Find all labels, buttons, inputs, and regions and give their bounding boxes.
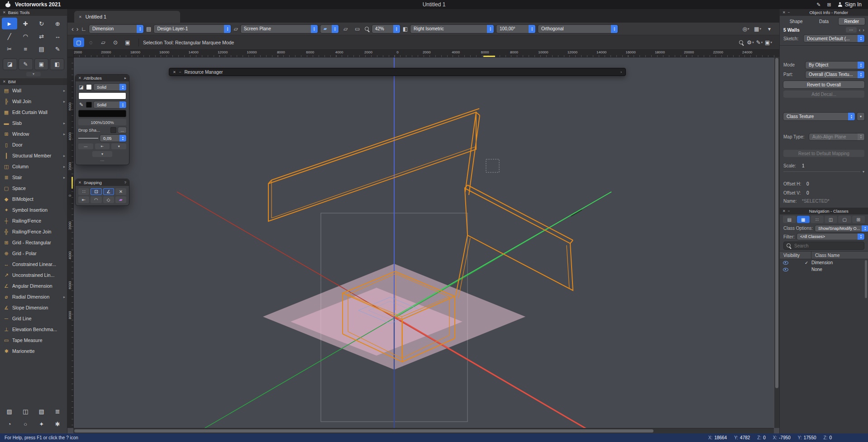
bim-tool-symbol-insertion[interactable]: ✦Symbol Insertion [0, 204, 67, 215]
snapping-palette-header[interactable]: ✕ Snapping ? [76, 179, 129, 186]
class-row[interactable]: None [780, 266, 868, 273]
selection-tool[interactable]: ► [2, 18, 17, 29]
class-row[interactable]: ✓Dimension [780, 259, 868, 266]
bim-tool-window[interactable]: ⊞Window▸ [0, 128, 67, 139]
zoom-tool[interactable]: ⊕ [50, 18, 66, 29]
back-button[interactable]: ‹ [72, 26, 74, 32]
view-options-button[interactable]: ▦▾ [753, 24, 762, 33]
attributes-palette-header[interactable]: ✕ Attributes ▸ [76, 75, 129, 81]
fill-color-bar[interactable] [78, 92, 126, 100]
close-icon[interactable]: ✕ [78, 181, 81, 185]
collapse-icon[interactable]: − [179, 70, 181, 74]
layers-icon[interactable]: ▤ [146, 26, 151, 32]
grid-tab[interactable]: ∷ [811, 216, 824, 223]
line-tool[interactable]: ╱ [2, 30, 17, 42]
pen-swatch[interactable] [86, 102, 92, 108]
close-icon[interactable]: ✕ [782, 10, 786, 14]
snap-tangent[interactable]: ◠ [91, 196, 101, 203]
bim-tool-door[interactable]: ▯Door [0, 139, 67, 150]
line-style-mini-combo[interactable]: — [78, 143, 93, 149]
zoom-level-combo[interactable]: 42% [372, 25, 400, 33]
drop-shadow-options-button[interactable]: ... [118, 127, 126, 133]
marker-start-mini-combo[interactable]: ⇤ [95, 143, 110, 149]
texture-resource-button[interactable]: ▾ [857, 113, 864, 120]
next-view-button[interactable]: ▭ [353, 24, 362, 33]
bim-tool-marionette[interactable]: ✱Marionette [0, 346, 67, 356]
move-tool[interactable]: ↔ [50, 30, 66, 42]
bim-tool-grid-polar[interactable]: ⊕Grid - Polar [0, 248, 67, 259]
direct-selection-mode[interactable]: ⊙ [110, 38, 121, 47]
fill-style-tool[interactable]: ▣ [34, 58, 49, 70]
tool-column[interactable]: ◫ [18, 405, 33, 417]
layers-tab[interactable]: ▤ [783, 216, 796, 223]
bim-tool-angular-dimension[interactable]: ∠Angular Dimension [0, 280, 67, 291]
snap-edge[interactable]: ◇ [103, 196, 114, 203]
dimension-standard-icon[interactable]: ∟ [81, 26, 86, 32]
callout-tool[interactable]: ✎ [50, 43, 66, 55]
pen-style-combo[interactable]: Solid [94, 101, 126, 108]
active-plane-combo[interactable]: Screen Plane [241, 25, 318, 33]
bim-tool-edit-curtain-wall[interactable]: ▦Edit Curtain Wall [0, 107, 67, 118]
palette-resize-dots[interactable]: ⋯ [78, 159, 126, 162]
render-style-button[interactable]: ✎▾ [755, 38, 764, 47]
bim-tool-slab[interactable]: ▬Slab▸ [0, 118, 67, 128]
expand-icon[interactable]: › [620, 70, 622, 74]
bim-tool-unconstrained-lin[interactable]: ↗Unconstrained Lin... [0, 270, 67, 280]
app-menu-title[interactable]: Vectorworks 2021 [15, 1, 61, 8]
arc-tool[interactable]: ◠ [18, 30, 33, 42]
class-options-combo[interactable]: Show/Snap/Modify O... [815, 225, 868, 232]
bim-tool-structural-member[interactable]: ┃Structural Member▸ [0, 150, 67, 161]
bim-tool-slope-dimension[interactable]: ∡Slope Dimension [0, 302, 67, 313]
snap-intersection[interactable]: ✕ [115, 188, 126, 195]
offset-h-value[interactable]: 0 [806, 181, 809, 186]
close-icon[interactable]: ✕ [3, 10, 6, 14]
bim-tool-tape-measure[interactable]: ▭Tape Measure [0, 335, 67, 346]
camera-button[interactable]: ▣▾ [764, 38, 773, 47]
bim-tool-elevation-benchma[interactable]: ⊥Elevation Benchma... [0, 324, 67, 335]
tool-stack[interactable]: ≣ [50, 405, 66, 417]
lasso-marquee-mode[interactable]: ◌ [86, 38, 96, 47]
polygon-marquee-mode[interactable]: ▱ [98, 38, 109, 47]
close-icon[interactable]: ✕ [173, 70, 176, 74]
snap-angle[interactable]: ∠ [103, 188, 114, 195]
bim-tool-column[interactable]: ◫Column▸ [0, 161, 67, 172]
snap-object[interactable]: ⊡ [91, 188, 101, 195]
scale-value[interactable]: 1 [802, 163, 805, 168]
drop-shadow-preview[interactable] [110, 127, 116, 133]
bim-tool-wall-join[interactable]: ╠Wall Join▸ [0, 96, 67, 107]
next-object-button[interactable]: › [863, 28, 864, 33]
attributes-extra-combo[interactable]: ▾ [92, 151, 112, 157]
bim-tool-grid-line[interactable]: ─Grid Line [0, 313, 67, 324]
line-weight-combo[interactable]: 0,05 [100, 135, 126, 142]
visibility-eye-icon[interactable] [783, 261, 788, 265]
tool-shade[interactable]: ▧ [34, 405, 49, 417]
collapse-icon[interactable]: − [788, 10, 790, 14]
viewports-tab[interactable]: ◫ [825, 216, 838, 223]
scale-slider-track[interactable] [783, 171, 860, 172]
tab-shape[interactable]: Shape [783, 18, 809, 25]
tab-render[interactable]: Render [839, 18, 865, 25]
interactive-scaling-mode[interactable]: ▣ [122, 38, 133, 47]
filter-combo[interactable]: <All Classes> [797, 233, 864, 240]
tool-spark[interactable]: ✱ [50, 418, 66, 430]
search-input[interactable] [793, 243, 861, 249]
working-plane-combo[interactable]: ▰ [320, 25, 339, 33]
selection-handle[interactable] [486, 159, 499, 172]
document-tab[interactable]: ✕ Untitled 1 [74, 11, 180, 23]
class-name-column-header[interactable]: Class Name [811, 252, 868, 259]
previous-view-button[interactable]: ▱ [341, 24, 350, 33]
revert-to-overall-button[interactable]: Revert to Overall [783, 81, 864, 88]
help-icon[interactable]: ? [124, 181, 126, 185]
visibility-column-header[interactable]: Visibility [780, 252, 811, 259]
fill-swatch[interactable] [86, 84, 92, 90]
offset-tool[interactable]: ≡ [18, 43, 33, 55]
active-layer-combo[interactable]: Design Layer-1 [154, 25, 231, 33]
texture-combo[interactable]: Class Texture [783, 113, 855, 120]
drawing-canvas[interactable] [73, 57, 779, 428]
marker-end-mini-combo[interactable]: ▾ [111, 143, 126, 149]
close-icon[interactable]: ✕ [782, 209, 786, 213]
toolbar-overflow-button[interactable]: ▾ [765, 24, 774, 33]
apple-menu-icon[interactable] [5, 2, 10, 7]
saved-views-tab[interactable]: ▢ [838, 216, 851, 223]
sign-in-button[interactable]: Sign In [838, 1, 862, 8]
